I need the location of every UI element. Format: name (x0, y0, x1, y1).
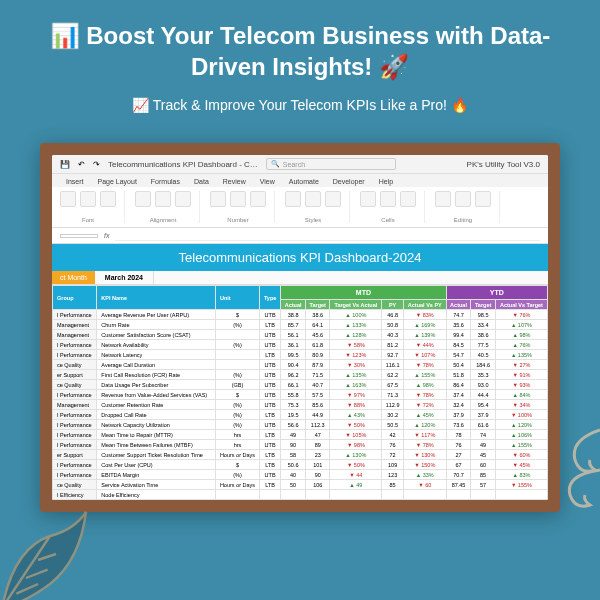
search-box[interactable]: 🔍 Search (266, 158, 396, 170)
table-row[interactable]: I PerformanceNetwork LatencyLTB99.580.9▼… (53, 350, 548, 360)
cell-apy: ▲ 155% (403, 370, 446, 380)
ribbon-button[interactable] (155, 191, 171, 207)
ribbon-button[interactable] (360, 191, 376, 207)
cell-type: UTB (259, 360, 280, 370)
cell-unit: (%) (216, 400, 260, 410)
ribbon-button[interactable] (230, 191, 246, 207)
table-row[interactable]: I PerformanceCost Per User (CPU)$LTB50.6… (53, 460, 548, 470)
col-actual: Actual (281, 300, 306, 310)
kpi-table: Group KPI Name Unit Type MTD YTD Actual … (52, 285, 548, 500)
cell-actual: 96.2 (281, 370, 306, 380)
table-row[interactable]: I PerformanceNetwork Availability(%)UTB3… (53, 340, 548, 350)
table-row[interactable]: I PerformanceNetwork Capacity Utilizatio… (53, 420, 548, 430)
redo-icon[interactable]: ↷ (93, 160, 100, 169)
cell-unit: (%) (216, 470, 260, 480)
cell-type: LTB (259, 430, 280, 440)
select-month-button[interactable]: ct Month (52, 271, 95, 284)
table-row[interactable]: I PerformanceMean Time to Repair (MTTR)h… (53, 430, 548, 440)
table-row[interactable]: I PerformanceMean Time Between Failures … (53, 440, 548, 450)
table-row[interactable]: I PerformanceRevenue from Value-Added Se… (53, 390, 548, 400)
cell-yactual: 32.4 (446, 400, 471, 410)
table-row[interactable]: ce QualityService Activation TimeHours o… (53, 480, 548, 490)
ribbon-tab-review[interactable]: Review (217, 176, 252, 187)
table-row[interactable]: I PerformanceEBITDA Margin(%)UTB4090▼ 44… (53, 470, 548, 480)
ribbon-button[interactable] (380, 191, 396, 207)
cell-unit: Hours or Days (216, 480, 260, 490)
ribbon-tab-developer[interactable]: Developer (327, 176, 371, 187)
name-box[interactable] (60, 234, 98, 238)
ribbon-tab-view[interactable]: View (254, 176, 281, 187)
cell-py: 42 (382, 430, 404, 440)
ribbon-button[interactable] (80, 191, 96, 207)
undo-icon[interactable]: ↶ (78, 160, 85, 169)
cell-py: 116.1 (382, 360, 404, 370)
ribbon-button[interactable] (175, 191, 191, 207)
cell-yactual: 70.7 (446, 470, 471, 480)
ribbon-button[interactable] (435, 191, 451, 207)
table-row[interactable]: ManagementCustomer Satisfaction Score (C… (53, 330, 548, 340)
cell-target: 106 (306, 480, 330, 490)
table-row[interactable]: er SupportCustomer Support Ticket Resolu… (53, 450, 548, 460)
cell-ytarget: 38.6 (471, 330, 495, 340)
cell-yavt: ▼ 93% (495, 380, 547, 390)
cell-py: 109 (382, 460, 404, 470)
cell-group: I Performance (53, 470, 97, 480)
cell-ytarget: 44.4 (471, 390, 495, 400)
ribbon-button[interactable] (305, 191, 321, 207)
cell-apy: ▼ 117% (403, 430, 446, 440)
ribbon-button[interactable] (285, 191, 301, 207)
cell-apy: ▼ 83% (403, 310, 446, 320)
ribbon-button[interactable] (455, 191, 471, 207)
table-row[interactable]: er SupportFirst Call Resolution (FCR) Ra… (53, 370, 548, 380)
cell-target: 47 (306, 430, 330, 440)
table-row[interactable]: I PerformanceAverage Revenue Per User (A… (53, 310, 548, 320)
ribbon-tab-data[interactable]: Data (188, 176, 215, 187)
cell-kpi-name: First Call Resolution (FCR) Rate (97, 370, 216, 380)
fx-label[interactable]: fx (104, 232, 109, 239)
ribbon-tab-automate[interactable]: Automate (283, 176, 325, 187)
ribbon-button[interactable] (210, 191, 226, 207)
cell-kpi-name: Customer Support Ticket Resolution Time (97, 450, 216, 460)
ribbon-tab-help[interactable]: Help (373, 176, 399, 187)
ribbon-button[interactable] (250, 191, 266, 207)
month-value: March 2024 (95, 271, 154, 284)
table-row[interactable]: I EfficiencyNode Efficiency (53, 490, 548, 500)
ribbon-button[interactable] (400, 191, 416, 207)
cell-actual: 50.6 (281, 460, 306, 470)
cell-kpi-name: EBITDA Margin (97, 470, 216, 480)
ribbon-button[interactable] (100, 191, 116, 207)
table-row[interactable]: ce QualityData Usage Per Subscriber(GB)U… (53, 380, 548, 390)
cell-group: I Performance (53, 420, 97, 430)
table-row[interactable]: I PerformanceDropped Call Rate(%)LTB19.5… (53, 410, 548, 420)
col-yactual: Actual (446, 300, 471, 310)
table-row[interactable]: ManagementChurn Rate(%)LTB85.764.1▲ 133%… (53, 320, 548, 330)
utility-addin[interactable]: PK's Utility Tool V3.0 (467, 160, 540, 169)
cell-kpi-name: Network Availability (97, 340, 216, 350)
cell-target: 44.9 (306, 410, 330, 420)
ribbon-tab-formulas[interactable]: Formulas (145, 176, 186, 187)
cell-apy: ▼ 78% (403, 440, 446, 450)
cell-type: UTB (259, 400, 280, 410)
ribbon-button[interactable] (60, 191, 76, 207)
col-name: KPI Name (97, 286, 216, 310)
ribbon-tab-page-layout[interactable]: Page Layout (92, 176, 143, 187)
cell-yactual: 74.7 (446, 310, 471, 320)
cell-tva: ▲ 100% (330, 310, 382, 320)
cell-type: LTB (259, 480, 280, 490)
cell-ytarget: 95.4 (471, 400, 495, 410)
cell-ytarget: 60 (471, 460, 495, 470)
hero-subtitle: 📈 Track & Improve Your Telecom KPIs Like… (30, 97, 570, 113)
cell-ytarget: 93.0 (471, 380, 495, 390)
cell-yactual (446, 490, 471, 500)
cell-kpi-name: Average Revenue Per User (ARPU) (97, 310, 216, 320)
save-icon[interactable]: 💾 (60, 160, 70, 169)
table-row[interactable]: ManagementCustomer Retention Rate(%)UTB7… (53, 400, 548, 410)
cell-target: 38.6 (306, 310, 330, 320)
ribbon-button[interactable] (325, 191, 341, 207)
formula-input[interactable] (115, 230, 540, 241)
ribbon-tab-insert[interactable]: Insert (60, 176, 90, 187)
ribbon-button[interactable] (475, 191, 491, 207)
ribbon-button[interactable] (135, 191, 151, 207)
cell-yactual: 67 (446, 460, 471, 470)
table-row[interactable]: ce QualityAverage Call DurationUTB90.487… (53, 360, 548, 370)
